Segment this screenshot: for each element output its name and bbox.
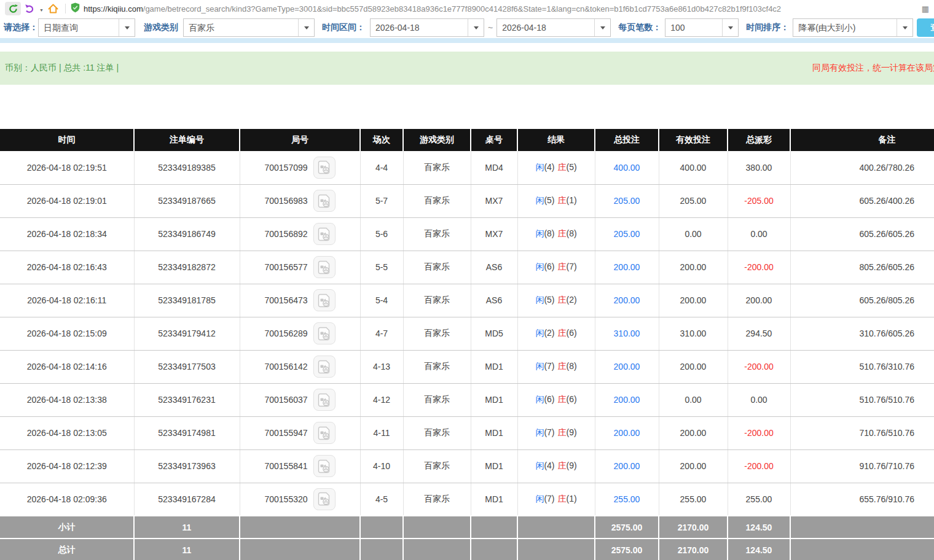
bet-time: 2026-04-18 02:19:51 <box>27 163 107 173</box>
chevron-down-icon[interactable] <box>468 19 484 36</box>
per-page-select[interactable]: 100 <box>665 18 739 37</box>
table-number: MD1 <box>485 428 503 438</box>
chevron-down-icon[interactable]: ▼ <box>39 8 44 12</box>
remark: 510.76/510.76 <box>859 395 914 405</box>
date-to-select[interactable]: 2026-04-18 <box>496 18 611 37</box>
table-row: 2026-04-18 02:16:43 523349182872 7001565… <box>0 251 934 284</box>
game-type-label: 游戏类别 <box>144 22 178 33</box>
bet-id: 523349181785 <box>158 295 215 305</box>
table-row: 2026-04-18 02:19:01 523349187665 7001569… <box>0 184 934 217</box>
time-sort-select[interactable]: 降幂(由大到小) <box>793 18 913 37</box>
chevron-down-icon[interactable] <box>119 19 135 36</box>
video-replay-icon[interactable] <box>313 322 336 344</box>
table-row: 2026-04-18 02:14:16 523349177503 7001561… <box>0 350 934 383</box>
total-row: 总计 11 2575.00 2170.00 124.50 <box>0 539 934 560</box>
chevron-down-icon[interactable] <box>298 19 314 36</box>
time-sort-label: 时间排序： <box>746 22 789 33</box>
video-replay-icon[interactable] <box>313 190 336 212</box>
per-page-label: 每页笔数： <box>618 22 661 33</box>
game-type: 百家乐 <box>424 228 450 238</box>
valid-bet: 310.00 <box>680 329 707 338</box>
home-icon[interactable] <box>47 3 59 14</box>
table-row: 2026-04-18 02:15:09 523349179412 7001562… <box>0 317 934 350</box>
video-replay-icon[interactable] <box>313 157 336 179</box>
reload-icon[interactable] <box>5 2 21 15</box>
url-host: https://kiqiiu.com <box>84 4 143 14</box>
player-score: (7) <box>544 494 554 504</box>
total-payout: 124.50 <box>728 539 790 560</box>
qr-code-icon[interactable]: ▦ <box>922 4 929 14</box>
game-type-value: 百家乐 <box>184 19 298 36</box>
table-number: MD1 <box>485 494 503 504</box>
banker-result: 庄 <box>558 361 567 371</box>
banker-score: (9) <box>567 427 577 437</box>
chevron-down-icon[interactable] <box>722 19 738 36</box>
session: 4-12 <box>373 395 390 405</box>
address-bar[interactable]: https://kiqiiu.com/game/betrecord_search… <box>71 1 929 16</box>
round-number: 700157099 <box>264 163 307 173</box>
total-bet-link[interactable]: 255.00 <box>614 494 640 504</box>
player-result: 闲 <box>535 328 544 338</box>
video-replay-icon[interactable] <box>313 389 336 411</box>
table-header-row: 时间 注单编号 局号 场次 游戏类别 桌号 结果 总投注 有效投注 总派彩 备注 <box>0 129 934 151</box>
game-type: 百家乐 <box>424 262 450 271</box>
chevron-down-icon[interactable] <box>594 19 610 36</box>
player-result: 闲 <box>535 461 544 470</box>
total-bet-link[interactable]: 200.00 <box>614 295 640 305</box>
bet-time: 2026-04-18 02:13:05 <box>27 428 107 438</box>
banker-score: (8) <box>567 361 577 371</box>
total-bet-link[interactable]: 205.00 <box>614 229 640 239</box>
round-number: 700155841 <box>264 461 307 471</box>
select-mode-label: 请选择： <box>4 22 38 33</box>
query-mode-select[interactable]: 日期查询 <box>38 18 135 37</box>
player-result: 闲 <box>535 494 544 504</box>
video-replay-icon[interactable] <box>313 223 336 245</box>
query-mode-value: 日期查询 <box>39 19 119 36</box>
total-label: 总计 <box>0 539 134 560</box>
bet-id: 523349179412 <box>158 329 215 338</box>
total-valid-bet: 2170.00 <box>659 539 728 560</box>
chevron-down-icon[interactable] <box>897 19 912 36</box>
filter-bar-footer-strip <box>0 38 934 43</box>
session: 4-13 <box>373 362 390 371</box>
total-bet-link[interactable]: 200.00 <box>614 461 640 471</box>
player-result: 闲 <box>535 195 544 205</box>
game-type: 百家乐 <box>424 295 450 305</box>
banker-result: 庄 <box>558 295 567 305</box>
total-bet-link[interactable]: 200.00 <box>614 428 640 438</box>
total-bet-link[interactable]: 200.00 <box>614 362 640 371</box>
table-number: AS6 <box>486 295 502 305</box>
subtotal-valid-bet: 2170.00 <box>659 516 728 539</box>
security-shield-icon[interactable] <box>71 2 80 15</box>
video-replay-icon[interactable] <box>313 488 336 510</box>
total-bet-link[interactable]: 310.00 <box>614 329 640 338</box>
video-replay-icon[interactable] <box>313 422 336 444</box>
bet-id: 523349167284 <box>158 494 215 504</box>
video-replay-icon[interactable] <box>313 455 336 477</box>
video-replay-icon[interactable] <box>313 356 336 378</box>
game-type-select[interactable]: 百家乐 <box>183 18 315 37</box>
payout: -200.00 <box>744 428 773 438</box>
remark: 510.76/310.76 <box>859 362 914 371</box>
table-row: 2026-04-18 02:13:38 523349176231 7001560… <box>0 383 934 416</box>
col-bet-id: 注单编号 <box>134 129 240 151</box>
player-result: 闲 <box>535 361 544 371</box>
table-number: MD1 <box>485 395 503 405</box>
video-replay-icon[interactable] <box>313 256 336 278</box>
date-from-select[interactable]: 2026-04-18 <box>370 18 484 37</box>
table-row: 2026-04-18 02:19:51 523349189385 7001570… <box>0 151 934 184</box>
undo-icon[interactable] <box>25 4 35 14</box>
total-bet-link[interactable]: 200.00 <box>614 395 640 405</box>
total-bet-link[interactable]: 400.00 <box>614 163 640 173</box>
valid-bet-notice-text: 同局有效投注，统一计算在该局第 <box>812 63 934 74</box>
range-tilde: ~ <box>488 23 493 33</box>
remark: 805.26/605.26 <box>859 262 914 272</box>
remark: 605.26/605.26 <box>859 229 914 239</box>
search-button[interactable]: 查询 <box>917 18 934 37</box>
round-number: 700156473 <box>264 295 307 305</box>
bet-time: 2026-04-18 02:16:43 <box>27 262 107 272</box>
total-bet-link[interactable]: 205.00 <box>614 196 640 206</box>
per-page-value: 100 <box>665 19 722 36</box>
video-replay-icon[interactable] <box>313 289 336 311</box>
total-bet-link[interactable]: 200.00 <box>614 262 640 272</box>
